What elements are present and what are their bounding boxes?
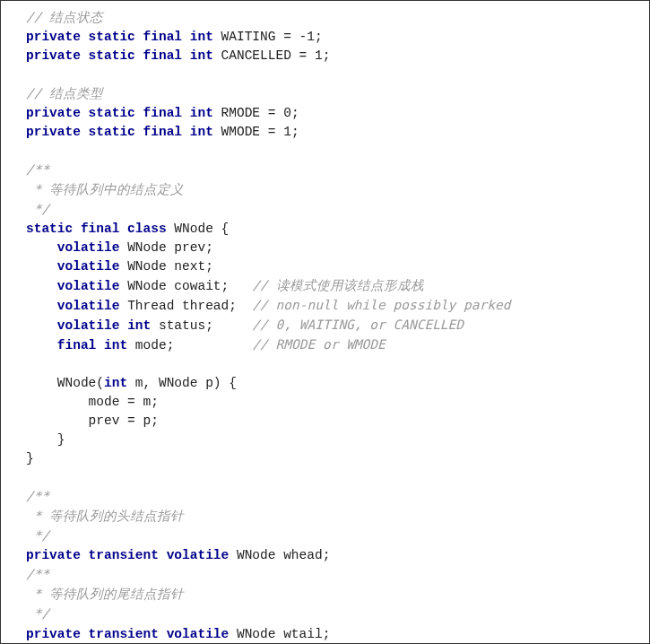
blank-line xyxy=(1,65,649,84)
comment: // non-null while possibly parked xyxy=(252,298,510,312)
punct: ; xyxy=(291,125,299,139)
keyword: volatile xyxy=(57,240,120,255)
comment: // 结点类型 xyxy=(26,86,103,100)
comment: * 等待队列的头结点指针 xyxy=(26,509,184,523)
punct: ; xyxy=(323,48,331,63)
identifier: WNode cowait; xyxy=(119,279,252,293)
comment: * 等待队列中的结点定义 xyxy=(26,182,184,196)
keyword: volatile int xyxy=(57,318,151,333)
comment: */ xyxy=(26,202,49,216)
doc-comment: */ xyxy=(1,527,649,546)
identifier: CANCELLED = xyxy=(213,48,315,63)
comment: /** xyxy=(26,567,49,581)
identifier: m, WNode p) { xyxy=(127,376,237,390)
code-line: } xyxy=(1,449,649,468)
code-line: mode = m; xyxy=(1,393,649,412)
code-line: private static final int WMODE = 1; xyxy=(1,123,649,142)
comment: */ xyxy=(26,528,49,543)
doc-comment: /** xyxy=(1,161,649,180)
blank-line xyxy=(1,468,649,487)
punct: ; xyxy=(291,106,299,120)
number: 0 xyxy=(283,106,291,120)
doc-comment: * 等待队列中的结点定义 xyxy=(1,180,649,200)
number: 1 xyxy=(283,125,291,139)
keyword: int xyxy=(104,376,127,390)
code-line: private transient volatile WNode wtail; xyxy=(1,625,649,644)
identifier: mode; xyxy=(127,338,252,352)
doc-comment: /** xyxy=(1,565,649,585)
identifier: WNode next; xyxy=(119,259,212,274)
identifier: WNode { xyxy=(167,222,230,236)
doc-comment: * 等待队列的尾结点指针 xyxy=(1,585,649,605)
code-line: private static final int WAITING = -1; xyxy=(1,28,649,47)
code-line: private transient volatile WNode whead; xyxy=(1,546,649,565)
keyword: private static final int xyxy=(26,48,213,63)
identifier: WNode prev; xyxy=(119,240,212,255)
identifier: RMODE = xyxy=(213,106,283,120)
keyword: private transient volatile xyxy=(26,548,229,562)
identifier: mode = m; xyxy=(26,395,159,409)
identifier: } xyxy=(26,432,65,447)
code-line: static final class WNode { xyxy=(1,220,649,239)
code-line: private static final int RMODE = 0; xyxy=(1,104,649,123)
comment: // 结点状态 xyxy=(26,10,103,24)
keyword: private static final int xyxy=(26,106,213,120)
code-line: final int mode; // RMODE or WMODE xyxy=(1,335,649,355)
keyword: private transient volatile xyxy=(26,627,229,641)
number: -1 xyxy=(299,30,315,44)
keyword: private static final int xyxy=(26,30,213,44)
comment: // RMODE or WMODE xyxy=(252,337,385,352)
code-line: volatile WNode next; xyxy=(1,257,649,276)
identifier: WNode wtail; xyxy=(229,627,330,641)
code-line: volatile Thread thread; // non-null whil… xyxy=(1,296,649,316)
identifier: WAITING = xyxy=(213,30,299,44)
code-line: volatile int status; // 0, WAITING, or C… xyxy=(1,316,649,335)
identifier: prev = p; xyxy=(26,413,159,428)
code-line: private static final int CANCELLED = 1; xyxy=(1,47,649,65)
comment-line: // 结点类型 xyxy=(1,84,649,104)
punct: ; xyxy=(315,30,323,44)
identifier: Thread thread; xyxy=(119,299,252,313)
keyword: volatile xyxy=(57,299,120,313)
comment: // 0, WAITING, or CANCELLED xyxy=(252,318,464,332)
comment: /** xyxy=(26,162,49,177)
doc-comment: */ xyxy=(1,200,649,220)
code-line: } xyxy=(1,431,649,449)
keyword: private static final int xyxy=(26,125,213,139)
identifier: WNode( xyxy=(26,376,104,390)
identifier: WMODE = xyxy=(213,125,283,139)
comment: * 等待队列的尾结点指针 xyxy=(26,587,184,601)
keyword: final int xyxy=(57,338,127,352)
doc-comment: /** xyxy=(1,487,649,507)
keyword: volatile xyxy=(57,259,120,274)
code-line: volatile WNode prev; xyxy=(1,239,649,257)
code-line: WNode(int m, WNode p) { xyxy=(1,374,649,393)
comment: */ xyxy=(26,606,49,621)
identifier: WNode whead; xyxy=(229,548,330,562)
code-line: volatile WNode cowait; // 读模式使用该结点形成栈 xyxy=(1,276,649,296)
keyword: volatile xyxy=(57,279,120,293)
blank-line xyxy=(1,142,649,161)
identifier: } xyxy=(26,451,34,466)
code-block: // 结点状态 private static final int WAITING… xyxy=(0,0,650,644)
comment: /** xyxy=(26,489,49,503)
identifier: status; xyxy=(151,318,252,333)
code-line: prev = p; xyxy=(1,412,649,431)
blank-line xyxy=(1,355,649,374)
doc-comment: * 等待队列的头结点指针 xyxy=(1,507,649,527)
doc-comment: */ xyxy=(1,605,649,624)
number: 1 xyxy=(315,48,323,63)
comment-line: // 结点状态 xyxy=(1,8,649,28)
comment: // 读模式使用该结点形成栈 xyxy=(252,278,423,292)
keyword: static final class xyxy=(26,222,167,236)
